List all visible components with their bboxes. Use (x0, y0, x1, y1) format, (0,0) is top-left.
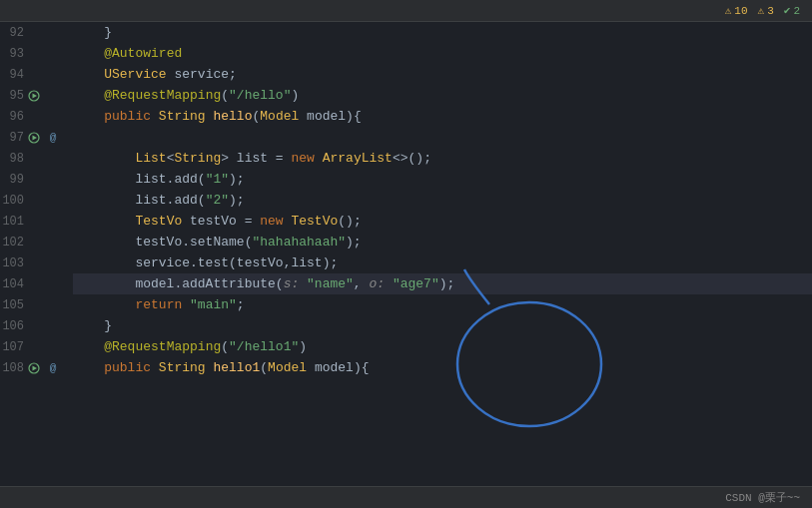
line-number: 108 (0, 361, 24, 375)
code-token (73, 88, 104, 103)
line-number: 101 (0, 215, 24, 229)
code-line: @Autowired (73, 43, 812, 64)
code-token: hello1 (213, 360, 260, 375)
line-number: 93 (0, 47, 24, 61)
code-token: service; (167, 67, 237, 82)
code-token (73, 214, 135, 229)
code-token: return (135, 297, 182, 312)
code-token: o: (369, 276, 392, 291)
code-token: new (291, 151, 314, 166)
code-token: "age7" (393, 276, 439, 291)
run-icon[interactable] (26, 130, 42, 146)
gutter-row: 104 (0, 273, 59, 294)
line-number: 95 (0, 89, 24, 103)
code-line: list.add("1"); (73, 169, 812, 190)
code-token (73, 360, 104, 375)
code-token: String (159, 360, 206, 375)
code-line: List<String> list = new ArrayList<>(); (73, 148, 812, 169)
code-line: service.test(testVo,list); (73, 253, 812, 273)
breakpoint-icon[interactable]: @ (45, 130, 61, 146)
top-bar: ⚠ 10 ⚠ 3 ✔ 2 (0, 0, 812, 22)
gutter-row: 94 (0, 64, 59, 85)
code-token (73, 151, 135, 166)
code-token: } (73, 25, 112, 40)
code-token: , (354, 276, 370, 291)
code-token: service.test(testVo,list); (73, 255, 338, 270)
breakpoint-icon[interactable]: @ (45, 360, 61, 376)
gutter-row: 105 (0, 294, 59, 315)
run-icon[interactable] (26, 88, 42, 104)
code-token: TestVo (291, 214, 338, 229)
line-number: 99 (0, 173, 24, 187)
line-number: 94 (0, 68, 24, 82)
code-token: ( (221, 88, 229, 103)
gutter-row: 92 (0, 22, 59, 43)
code-line: public String hello(Model model){ (73, 106, 812, 127)
check-count: ✔ 2 (784, 4, 800, 17)
warning-count: ⚠ 10 (725, 4, 748, 17)
gutter-row: 103 (0, 253, 59, 273)
line-number: 104 (0, 277, 24, 291)
code-token: ) (299, 339, 307, 354)
code-line (73, 127, 812, 148)
code-token: String (159, 109, 206, 124)
error-number: 3 (767, 5, 774, 17)
line-number: 103 (0, 256, 24, 270)
code-token: "/hello" (229, 88, 291, 103)
code-token: ); (439, 276, 455, 291)
gutter-row: 101 (0, 211, 59, 232)
code-token: TestVo (135, 214, 182, 229)
code-token: List (135, 151, 166, 166)
code-token: ); (229, 172, 245, 187)
code-token: <>(); (393, 151, 431, 166)
error-icon: ⚠ (758, 4, 765, 17)
gutter-row: 106 (0, 315, 59, 336)
code-content[interactable]: } @Autowired UService service; @RequestM… (65, 22, 812, 486)
code-area[interactable]: 929394959697@989910010110210310410510610… (0, 22, 812, 486)
code-token (73, 67, 104, 82)
code-token: public (104, 360, 151, 375)
code-token: @RequestMapping (104, 339, 221, 354)
line-number: 97 (0, 131, 24, 145)
code-token: hello (213, 109, 252, 124)
gutter-row: 108@ (0, 357, 59, 378)
line-number: 107 (0, 340, 24, 354)
gutter-row: 98 (0, 148, 59, 169)
line-number: 92 (0, 26, 24, 40)
code-line: @RequestMapping("/hello") (73, 85, 812, 106)
code-token: ( (260, 360, 268, 375)
code-token: list.add( (73, 172, 206, 187)
code-token: > list = (221, 151, 291, 166)
gutter-row: 97@ (0, 127, 59, 148)
run-icon[interactable] (26, 360, 42, 376)
check-icon: ✔ (784, 4, 791, 17)
code-token (151, 360, 159, 375)
line-number: 96 (0, 110, 24, 124)
code-token: } (73, 318, 112, 333)
gutter-row: 100 (0, 190, 59, 211)
code-token (73, 297, 135, 312)
code-token: model.addAttribute( (73, 276, 284, 291)
code-token: public (104, 109, 151, 124)
code-line: } (73, 22, 812, 43)
code-line: UService service; (73, 64, 812, 85)
code-token: ) (291, 88, 299, 103)
code-token: (); (338, 214, 361, 229)
watermark: CSDN @栗子~~ (725, 490, 800, 505)
line-number: 100 (0, 194, 24, 208)
warnings-bar: ⚠ 10 ⚠ 3 ✔ 2 (725, 4, 800, 17)
code-line: testVo.setName("hahahahaah"); (73, 232, 812, 253)
code-token: s: (284, 276, 307, 291)
line-number: 98 (0, 152, 24, 166)
gutter-row: 96 (0, 106, 59, 127)
warning-number: 10 (734, 5, 747, 17)
code-token: "/hello1" (229, 339, 299, 354)
gutter-row: 93 (0, 43, 59, 64)
line-number: 102 (0, 236, 24, 250)
code-line: list.add("2"); (73, 190, 812, 211)
gutter-row: 95 (0, 85, 59, 106)
code-line: model.addAttribute(s: "name", o: "age7")… (73, 273, 812, 294)
code-line: public String hello1(Model model){ (73, 357, 812, 378)
code-token: ArrayList (323, 151, 393, 166)
code-token (73, 339, 104, 354)
